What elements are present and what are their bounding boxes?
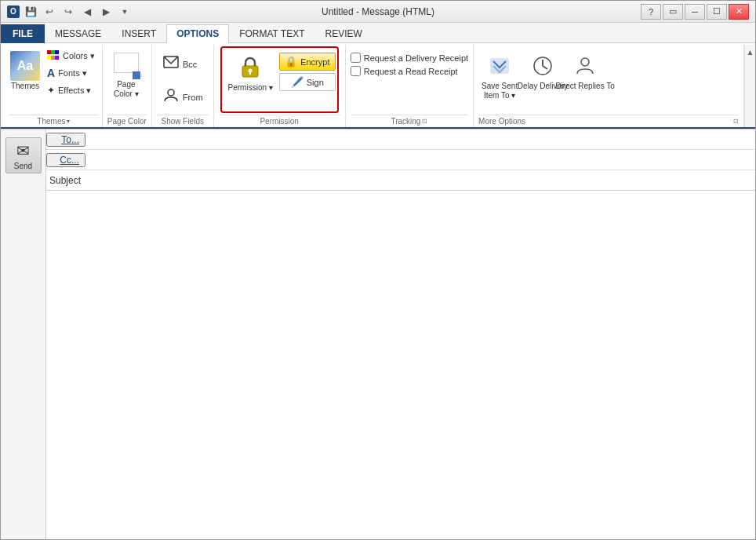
themes-icon: Aa: [10, 51, 40, 81]
svg-rect-0: [47, 50, 51, 54]
email-area: ✉ Send To... Cc... Subject: [1, 129, 755, 539]
from-icon: [162, 86, 180, 108]
tab-format-text[interactable]: FORMAT TEXT: [229, 24, 314, 43]
email-body[interactable]: [46, 191, 755, 539]
colors-button[interactable]: Colors ▾: [43, 48, 99, 64]
svg-rect-3: [47, 56, 51, 60]
help-button[interactable]: ?: [641, 4, 661, 20]
encrypt-button[interactable]: 🔒 Encrypt: [279, 53, 336, 71]
send-button[interactable]: ✉ Send: [5, 137, 42, 173]
ribbon-collapse-button[interactable]: ▲: [744, 45, 755, 127]
read-receipt-item[interactable]: Request a Read Receipt: [351, 66, 468, 76]
permission-svg-icon: [238, 55, 263, 80]
ribbon-group-more-options: Save SentItem To ▾ Delay Delivery: [474, 45, 744, 127]
encrypt-icon: 🔒: [285, 56, 297, 68]
encrypt-label: Encrypt: [300, 57, 329, 67]
from-label: From: [183, 93, 203, 102]
cc-input[interactable]: [85, 151, 755, 169]
svg-rect-4: [51, 56, 55, 60]
page-color-label: PageColor ▾: [114, 80, 139, 99]
send-icon: ✉: [16, 141, 30, 160]
permission-group-label: Permission: [219, 115, 340, 127]
tab-options[interactable]: OPTIONS: [166, 24, 229, 43]
read-receipt-checkbox[interactable]: [351, 66, 361, 76]
fonts-button[interactable]: A Fonts ▾: [43, 64, 99, 82]
delay-delivery-icon: [528, 51, 558, 81]
encrypt-sign-buttons: 🔒 Encrypt 🖊️ Sign: [279, 49, 336, 91]
close-button[interactable]: ✕: [729, 4, 749, 20]
ribbon-group-page-color: PageColor ▾ Page Color: [103, 45, 152, 127]
tracking-group-content: Request a Delivery Receipt Request a Rea…: [351, 46, 468, 113]
subject-input[interactable]: [85, 172, 755, 189]
permission-button[interactable]: Permission ▾: [224, 49, 278, 96]
svg-rect-5: [55, 56, 59, 60]
tab-file[interactable]: FILE: [1, 24, 45, 43]
cc-button[interactable]: Cc...: [46, 153, 85, 167]
to-input[interactable]: [85, 131, 755, 148]
to-button[interactable]: To...: [46, 133, 85, 147]
qat-back-button[interactable]: ◀: [79, 4, 95, 20]
show-fields-buttons: Bcc From: [157, 48, 209, 113]
ribbon-display-button[interactable]: ▭: [663, 4, 683, 20]
save-sent-item-button[interactable]: Save SentItem To ▾: [478, 48, 521, 104]
permission-label: Permission ▾: [228, 83, 273, 93]
delivery-receipt-item[interactable]: Request a Delivery Receipt: [351, 53, 468, 63]
subject-field-row: Subject: [46, 170, 755, 191]
themes-small-buttons: Colors ▾ A Fonts ▾ ✦ Effects ▾: [43, 48, 99, 98]
page-color-button[interactable]: PageColor ▾: [107, 48, 145, 102]
themes-expander[interactable]: ▾: [67, 118, 70, 125]
show-fields-group-content: Bcc From: [157, 46, 209, 113]
titlebar-controls: ? ▭ ─ ☐ ✕: [641, 4, 749, 20]
effects-button[interactable]: ✦ Effects ▾: [43, 82, 99, 98]
cc-field-row: Cc...: [46, 150, 755, 170]
qat-undo-button[interactable]: ↩: [42, 4, 57, 20]
permission-highlight: Permission ▾ 🔒 Encrypt 🖊️ Sign: [220, 46, 339, 113]
from-button[interactable]: From: [157, 81, 209, 113]
tab-review[interactable]: REVIEW: [315, 24, 373, 43]
qat-save-button[interactable]: 💾: [23, 4, 38, 20]
bcc-button[interactable]: Bcc: [157, 48, 209, 80]
ribbon-group-show-fields: Bcc From Show Fields: [152, 45, 214, 127]
svg-point-7: [168, 89, 174, 96]
qat-forward-button[interactable]: ▶: [98, 4, 114, 20]
more-options-expander[interactable]: ⊡: [733, 118, 739, 125]
qat-customize-button[interactable]: ▼: [117, 4, 133, 20]
themes-group-content: Aa Themes: [9, 46, 99, 113]
ribbon-group-tracking: Request a Delivery Receipt Request a Rea…: [346, 45, 474, 127]
tracking-expander[interactable]: ⊡: [422, 118, 427, 125]
delivery-receipt-label: Request a Delivery Receipt: [364, 53, 468, 63]
minimize-button[interactable]: ─: [685, 4, 705, 20]
svg-point-15: [581, 58, 589, 66]
delivery-receipt-checkbox[interactable]: [351, 53, 361, 63]
tab-message[interactable]: MESSAGE: [45, 24, 111, 43]
tracking-group-label: Tracking ⊡: [351, 115, 468, 127]
direct-replies-icon: [570, 51, 600, 81]
page-color-group-label: Page Color: [107, 115, 147, 127]
bcc-svg-icon: [162, 53, 180, 71]
send-panel: ✉ Send: [1, 130, 46, 539]
qat-redo-button[interactable]: ↪: [60, 4, 76, 20]
from-svg-icon: [162, 86, 180, 104]
sign-label: Sign: [307, 78, 324, 87]
effects-label: Effects ▾: [58, 86, 91, 96]
bcc-icon: [162, 53, 180, 75]
send-label: Send: [14, 162, 32, 170]
to-field-row: To...: [46, 130, 755, 150]
sign-button[interactable]: 🖊️ Sign: [279, 73, 336, 91]
save-sent-svg-icon: [487, 53, 512, 78]
colors-svg-icon: [47, 50, 60, 61]
themes-label: Themes: [11, 82, 39, 91]
restore-button[interactable]: ☐: [707, 4, 727, 20]
more-options-group-label: More Options ⊡: [478, 115, 739, 127]
tab-insert[interactable]: INSERT: [111, 24, 166, 43]
ribbon-content: Aa Themes: [1, 43, 755, 129]
effects-icon: ✦: [47, 85, 55, 96]
svg-rect-1: [51, 50, 55, 54]
titlebar-left: O 💾 ↩ ↪ ◀ ▶ ▼: [7, 4, 133, 20]
save-sent-label: Save SentItem To ▾: [482, 82, 518, 100]
svg-rect-10: [249, 72, 251, 75]
direct-replies-svg-icon: [572, 53, 598, 78]
direct-replies-button[interactable]: Direct Replies To: [565, 48, 605, 94]
fonts-label: Fonts ▾: [58, 68, 87, 78]
themes-button[interactable]: Aa Themes: [9, 48, 42, 94]
